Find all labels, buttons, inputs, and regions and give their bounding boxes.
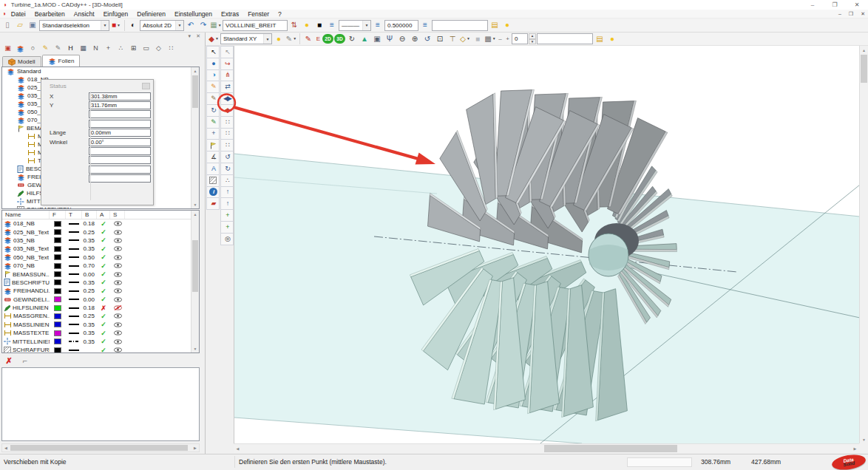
chevron-down-icon[interactable]: ▼ [218, 24, 222, 27]
active-check-icon[interactable]: ✓ [97, 287, 110, 295]
redo-icon[interactable]: ↷ [197, 20, 209, 31]
table-row[interactable]: MASSLINIEN0.35✓ [2, 321, 199, 329]
points-icon[interactable]: ∴ [115, 43, 126, 54]
table-icon[interactable]: ▦ [78, 43, 89, 54]
field-value[interactable] [89, 156, 151, 164]
chevron-down-icon[interactable]: ▼ [293, 37, 296, 41]
hatch-toggle-icon[interactable]: ▩▼ [484, 33, 496, 44]
visible-eye-icon[interactable] [110, 238, 125, 243]
table-row[interactable]: HILFSLINIEN0.18✗ [2, 304, 199, 312]
table-row[interactable]: 018_NB0.18✓ [2, 219, 199, 228]
field-value[interactable] [89, 166, 151, 174]
table-row[interactable]: MASSTEXTE0.35✓ [2, 329, 199, 337]
lamp-all-icon[interactable]: ● [606, 33, 618, 44]
linewidth-field[interactable]: 0.500000 [384, 20, 418, 31]
scroll-up-arrow[interactable]: ▲ [191, 67, 199, 75]
linetype-sample[interactable] [69, 256, 79, 258]
undo-icon[interactable]: ↶ [185, 20, 197, 31]
lamp-icon[interactable]: ● [501, 20, 513, 31]
menu-definieren[interactable]: Definieren [132, 10, 170, 18]
pen-mode-icon[interactable]: ✎▼ [285, 33, 297, 44]
move-with-copy-icon[interactable]: ◀▶ [220, 92, 234, 105]
tab-folien[interactable]: Folien [42, 55, 81, 67]
tree-scrollbar[interactable]: ▲▼ [191, 67, 199, 208]
chevron-down-icon[interactable]: ▼ [175, 21, 183, 30]
toolbar-options-icon[interactable]: ▾ [189, 33, 191, 39]
dimension-flag-icon[interactable] [206, 139, 220, 151]
canvas-3d[interactable] [234, 46, 859, 443]
color-swatch[interactable] [54, 347, 61, 353]
rotate-cw-icon[interactable]: ↻ [220, 163, 234, 175]
select-arrow-icon[interactable]: ↖ [206, 46, 220, 58]
pen-width-icon[interactable]: H [65, 43, 76, 54]
layer-lamp-icon[interactable]: ● [273, 33, 285, 44]
hatch-tool-icon[interactable] [206, 174, 220, 187]
menu-einstellungen[interactable]: Einstellungen [170, 10, 217, 18]
column-header-b[interactable]: B [82, 211, 97, 219]
active-check-icon[interactable]: ✓ [97, 228, 110, 236]
linetype-sample[interactable] [69, 265, 79, 267]
active-check-icon[interactable]: ✓ [97, 313, 110, 320]
scroll-up-arrow[interactable]: ▲ [191, 211, 199, 218]
menu-bearbeiten[interactable]: Bearbeiten [30, 10, 69, 18]
clipboard-icon[interactable]: ▤ [489, 20, 501, 31]
sketch-pencil-icon[interactable]: ✎ [206, 81, 220, 93]
field-value[interactable]: 301.38mm [89, 92, 151, 101]
iso-view-icon[interactable]: ◇ [153, 43, 164, 54]
export-icon[interactable]: ▣ [2, 43, 13, 54]
color-swatch[interactable] [54, 313, 61, 319]
extra-field[interactable] [432, 20, 488, 31]
maximize-button[interactable]: ❐ [824, 0, 846, 10]
array-matrix-icon[interactable]: ∷ [220, 139, 234, 151]
table-row[interactable]: GEWINDELI...0.00✓ [2, 296, 199, 304]
spline-pencil-icon[interactable]: ✎ [206, 116, 220, 129]
rotate-view-icon[interactable]: ↻ [346, 33, 358, 44]
visible-eye-icon[interactable] [110, 246, 125, 251]
color-swatch[interactable] [54, 330, 61, 336]
linetype-sample[interactable] [69, 282, 79, 283]
visible-eye-icon[interactable] [110, 330, 125, 336]
menu-einfgen[interactable]: Einfügen [99, 10, 133, 18]
linetype-sample[interactable] [69, 333, 79, 334]
scrollbar-thumb[interactable] [10, 445, 188, 451]
active-check-icon[interactable]: ✓ [97, 220, 110, 228]
active-check-icon[interactable]: ✓ [97, 270, 110, 278]
scroll-right-arrow[interactable]: ▶ [191, 444, 199, 452]
panel-hscrollbar[interactable]: ◀ ▶ [1, 443, 200, 452]
table-row[interactable]: FREIHANDLI...0.25✓ [2, 287, 199, 295]
visible-eye-icon[interactable] [110, 230, 125, 235]
mdi-close-button[interactable]: ✕ [861, 10, 865, 18]
apply-layer2-icon[interactable]: ≡ [372, 20, 384, 31]
color-swatch[interactable] [54, 338, 61, 344]
linetype-field[interactable]: VOLLLINIE_BREIT [223, 20, 288, 31]
inactive-cross-icon[interactable]: ✗ [97, 304, 110, 312]
scrollbar-thumb[interactable] [192, 75, 198, 108]
field-value[interactable] [89, 110, 151, 118]
color-swatch[interactable] [54, 321, 61, 327]
orbit-view-icon[interactable]: ↺ [421, 33, 433, 44]
tree-item[interactable]: SCHRAFFUREN [2, 205, 199, 209]
tree-item[interactable]: Standard [2, 67, 199, 75]
active-check-icon[interactable]: ✓ [97, 330, 110, 337]
chevron-down-icon[interactable]: ▼ [362, 21, 370, 30]
color-swatch-icon[interactable]: ■ [313, 20, 325, 31]
column-header-s[interactable]: S [110, 211, 125, 219]
column-header-f[interactable]: F [50, 211, 66, 219]
visible-eye-icon[interactable] [110, 263, 125, 268]
delete-icon[interactable]: ✗ [3, 355, 15, 367]
visible-eye-icon[interactable] [110, 288, 125, 293]
shaded-cone-icon[interactable]: ▲ [359, 33, 370, 44]
color-swatch[interactable] [54, 288, 61, 294]
minimize-button[interactable]: – [801, 0, 824, 10]
canvas-hscrollbar[interactable]: ◀ ▶ [234, 443, 859, 453]
tab-modell[interactable]: Modell [2, 56, 41, 67]
box-3d-icon[interactable]: ⊞ [128, 43, 139, 54]
orbit-globe-icon[interactable]: ◑ [206, 69, 220, 82]
info-icon[interactable]: i [206, 186, 220, 199]
visible-eye-icon[interactable] [110, 280, 125, 285]
minus-icon[interactable]: – [497, 33, 503, 44]
linetype-sample[interactable] [69, 290, 79, 292]
linetype-sample[interactable] [69, 231, 79, 233]
field-value[interactable] [89, 147, 151, 155]
color-swatch[interactable] [54, 279, 61, 285]
